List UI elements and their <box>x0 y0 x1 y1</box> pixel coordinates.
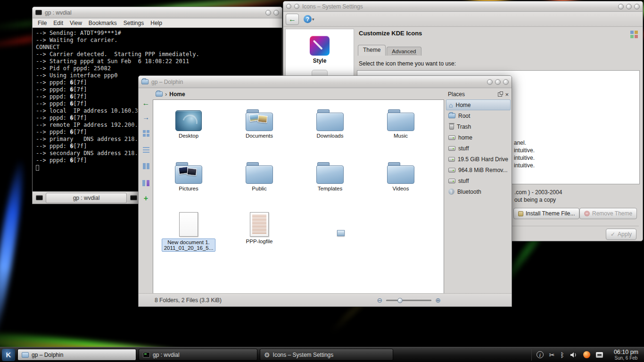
folder-item-documents[interactable]: Documents <box>224 104 295 139</box>
terminal-cursor <box>36 165 39 171</box>
folder-view[interactable]: Desktop Documents Downloads Music <box>153 99 444 294</box>
forward-button[interactable]: → <box>140 112 151 123</box>
folder-icon <box>448 113 455 118</box>
task-dolphin[interactable]: gp – Dolphin <box>17 349 136 361</box>
places-item-root[interactable]: Root <box>446 110 511 121</box>
maximize-button[interactable] <box>626 4 632 9</box>
folder-item-videos[interactable]: Videos <box>365 156 436 191</box>
icon-view-button[interactable] <box>629 30 639 39</box>
tab-advanced[interactable]: Advanced <box>387 47 421 56</box>
install-theme-button[interactable]: Install Theme File... <box>513 208 579 219</box>
remove-theme-button[interactable]: − Remove Theme <box>579 208 637 219</box>
zoom-slider-handle[interactable] <box>397 298 403 303</box>
terminal-menubar: File Edit View Bookmarks Settings Help <box>33 18 282 28</box>
on-all-desktops-button[interactable] <box>294 4 299 9</box>
apply-button[interactable]: ✓ Apply <box>606 229 636 240</box>
chevron-right-icon: › <box>165 90 167 98</box>
file-item-new-document[interactable]: New document 1. 2011_01_20_16_5... <box>153 209 224 252</box>
menu-view[interactable]: View <box>66 20 85 26</box>
places-item-home2[interactable]: home <box>446 132 511 143</box>
places-panel-header[interactable]: Places × <box>446 89 511 99</box>
klipper-scissors-icon[interactable]: ✂ <box>549 352 555 358</box>
split-view-icon <box>142 180 149 186</box>
task-system-settings[interactable]: ⚙ Icons – System Settings <box>260 349 393 361</box>
dolphin-title: gp – Dolphin <box>151 79 183 85</box>
zoom-slider[interactable] <box>386 297 431 303</box>
device-notifier-icon[interactable] <box>596 352 603 358</box>
dolphin-window: gp – Dolphin › Home ← → + <box>138 75 512 307</box>
columns-view-button[interactable] <box>140 161 151 172</box>
zoom-in-icon[interactable]: ⊕ <box>435 297 441 304</box>
folder-item-downloads[interactable]: Downloads <box>295 104 365 139</box>
breadcrumb-home[interactable]: Home <box>169 91 185 98</box>
task-terminal[interactable]: gp : wvdial <box>139 349 257 361</box>
zoom-out-icon[interactable]: ⊖ <box>377 297 383 304</box>
tab-theme[interactable]: Theme <box>358 45 386 56</box>
folder-item-templates[interactable]: Templates <box>295 156 365 191</box>
places-item-bluetooth[interactable]: ᛒ Bluetooth <box>446 186 511 197</box>
kde-menu-button[interactable]: K <box>2 349 15 361</box>
pictures-folder-icon <box>175 161 202 184</box>
zoom-slider-track <box>386 300 431 301</box>
terminal-app-icon <box>35 10 42 15</box>
bluetooth-icon[interactable]: ᛒ <box>560 352 564 358</box>
style-category-icon[interactable] <box>310 36 330 56</box>
folder-item-desktop[interactable]: Desktop <box>153 104 224 139</box>
icons-view-button[interactable] <box>140 128 151 139</box>
close-panel-icon[interactable]: × <box>505 91 509 98</box>
file-item-ppp-logfile[interactable]: PPP-logfile <box>224 209 295 252</box>
folder-item-music[interactable]: Music <box>365 104 436 139</box>
bluetooth-icon: ᛒ <box>448 189 454 195</box>
location-icon[interactable] <box>156 91 163 97</box>
notifications-icon[interactable]: i <box>537 351 544 358</box>
new-tab-button[interactable] <box>33 193 45 203</box>
icon-grid-icon <box>630 31 634 34</box>
dolphin-titlebar[interactable]: gp – Dolphin <box>139 76 512 88</box>
menu-help[interactable]: Help <box>147 20 165 26</box>
terminal-icon <box>130 195 137 200</box>
menu-bookmarks[interactable]: Bookmarks <box>85 20 120 26</box>
add-button[interactable]: + <box>140 193 151 204</box>
help-button[interactable]: ? ▾ <box>304 15 314 23</box>
clock[interactable]: 06:10 pm Sun, 6 Feb <box>614 349 638 361</box>
terminal-titlebar[interactable]: gp : wvdial <box>33 7 282 18</box>
terminal-line: --> Starting pppd at Sun Feb 6 18:08:22 … <box>36 58 279 65</box>
drag-ghost-icon <box>337 230 345 236</box>
close-tab-button[interactable] <box>128 193 139 203</box>
close-button[interactable] <box>634 4 640 9</box>
updates-icon[interactable] <box>583 351 590 358</box>
close-button[interactable] <box>273 10 279 16</box>
settings-titlebar[interactable]: Icons – System Settings <box>283 1 643 12</box>
menu-settings[interactable]: Settings <box>120 20 147 26</box>
minimize-button[interactable] <box>487 79 493 85</box>
minimize-button[interactable] <box>265 10 271 16</box>
terminal-line: CONNECT <box>36 44 279 51</box>
light-streak <box>0 156 28 340</box>
volume-icon[interactable] <box>570 352 578 358</box>
places-item-home[interactable]: ⌂ Home <box>446 99 511 110</box>
back-button[interactable]: ← <box>140 98 151 108</box>
places-item-stuff[interactable]: stuff <box>446 143 511 154</box>
detach-panel-icon[interactable] <box>498 92 502 97</box>
close-button[interactable] <box>503 79 509 85</box>
folder-item-pictures[interactable]: Pictures <box>153 156 224 191</box>
terminal-tab[interactable]: gp : wvdial <box>46 193 127 203</box>
menu-file[interactable]: File <box>34 20 50 26</box>
split-view-button[interactable] <box>140 178 151 189</box>
maximize-button[interactable] <box>495 79 501 85</box>
clock-date: Sun, 6 Feb <box>614 355 637 361</box>
desktop-folder-icon <box>175 110 202 131</box>
minimize-button[interactable] <box>618 4 624 9</box>
folder-icon <box>316 161 344 184</box>
folder-item-public[interactable]: Public <box>224 156 295 191</box>
drive-icon <box>448 135 455 140</box>
details-view-button[interactable] <box>140 145 151 156</box>
menu-edit[interactable]: Edit <box>50 20 66 26</box>
window-menu-button[interactable] <box>286 4 291 9</box>
places-item-stuff2[interactable]: stuff <box>446 175 511 186</box>
settings-page-title: Customize KDE Icons <box>359 30 422 37</box>
places-item-trash[interactable]: Trash <box>446 121 511 132</box>
places-item-removable[interactable]: 964.8 MiB Remov... <box>446 165 511 175</box>
back-button[interactable]: ← <box>286 14 299 25</box>
places-item-hard-drive[interactable]: 19.5 GiB Hard Drive <box>446 154 511 165</box>
